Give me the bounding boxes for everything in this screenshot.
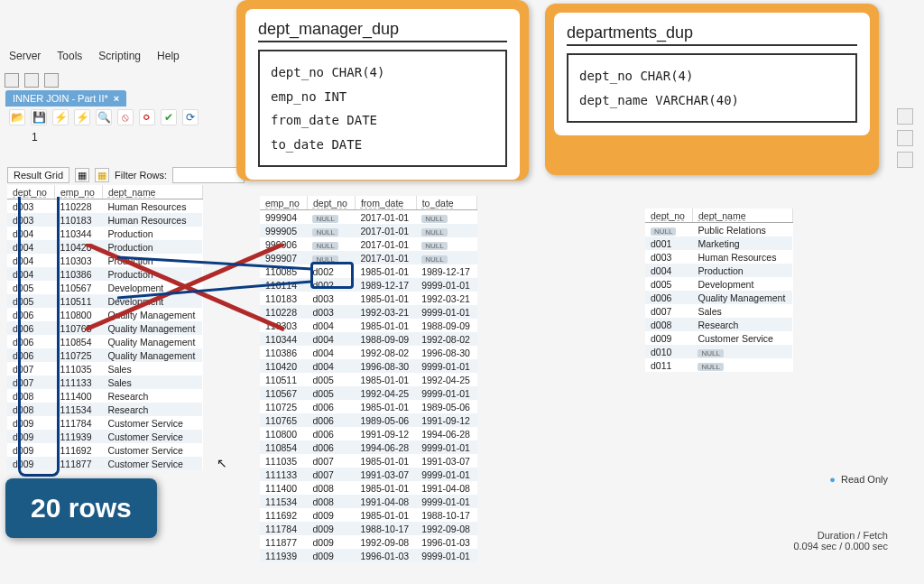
- manager-table[interactable]: emp_nodept_nofrom_dateto_date999904NULL2…: [260, 196, 477, 562]
- table-row[interactable]: 110303d0041985-01-011988-09-09: [260, 319, 477, 332]
- table-row[interactable]: 111939d0091996-01-039999-01-01: [260, 549, 477, 562]
- table-row[interactable]: d011NULL: [645, 358, 792, 372]
- col-header[interactable]: emp_no: [260, 196, 307, 210]
- cell: 1989-12-17: [416, 264, 477, 278]
- execute-icon[interactable]: ⚡: [52, 109, 69, 125]
- stop-icon[interactable]: ⦸: [117, 109, 134, 125]
- table-row[interactable]: 111534d0081991-04-089999-01-01: [260, 495, 477, 508]
- panel-icon[interactable]: [897, 152, 913, 168]
- menu-help[interactable]: Help: [157, 50, 180, 62]
- table-row[interactable]: d005Development: [645, 277, 792, 291]
- execute-current-icon[interactable]: ⚡: [74, 109, 90, 125]
- table-row[interactable]: 110114d0021989-12-179999-01-01: [260, 278, 477, 292]
- col-header[interactable]: dept_no: [645, 209, 692, 223]
- table-row[interactable]: 111133d0071991-03-079999-01-01: [260, 468, 477, 481]
- table-row[interactable]: 110386d0041992-08-021996-08-30: [260, 346, 477, 359]
- panel-icon[interactable]: [897, 130, 913, 146]
- limit-icon[interactable]: ⭘: [139, 109, 155, 125]
- cell: 1989-05-06: [355, 413, 416, 427]
- result-grid-icon[interactable]: ▦: [75, 168, 89, 182]
- table-row[interactable]: NULLPublic Relations: [645, 223, 792, 237]
- table-row[interactable]: d007Sales: [645, 304, 792, 318]
- panel-toggle-icon[interactable]: [24, 73, 39, 88]
- table-row[interactable]: d004Production: [645, 264, 792, 277]
- table-row[interactable]: 110765d0061989-05-061991-09-12: [260, 413, 477, 427]
- cell: 110228: [54, 199, 102, 214]
- table-row[interactable]: 110344d0041988-09-091992-08-02: [260, 332, 477, 346]
- cell: 1994-06-28: [416, 427, 477, 440]
- panel-toggle-icon[interactable]: [5, 73, 19, 88]
- save-icon[interactable]: 💾: [31, 109, 47, 125]
- table-row[interactable]: 111784d0091988-10-171992-09-08: [260, 522, 477, 535]
- cell: Development: [692, 277, 792, 291]
- table-row[interactable]: 999907NULL2017-01-01NULL: [260, 251, 477, 264]
- refresh-icon[interactable]: ⟳: [182, 109, 199, 125]
- cell: 1988-10-17: [416, 508, 477, 522]
- cell: d007: [307, 454, 355, 468]
- read-only-label: Read Only: [829, 474, 888, 485]
- filter-rows-input[interactable]: [172, 167, 245, 183]
- col-header[interactable]: emp_no: [54, 185, 102, 199]
- cell: Sales: [102, 375, 202, 389]
- table-row[interactable]: 110725d0061985-01-011989-05-06: [260, 400, 477, 413]
- table-row[interactable]: d010NULL: [645, 345, 792, 358]
- col-header[interactable]: from_date: [355, 196, 416, 210]
- cell: Production: [692, 264, 792, 277]
- table-row[interactable]: 999906NULL2017-01-01NULL: [260, 237, 477, 251]
- cell: d008: [307, 495, 355, 508]
- editor-tab[interactable]: INNER JOIN - Part II* ×: [5, 90, 126, 107]
- table-row[interactable]: 111692d0091985-01-011988-10-17: [260, 508, 477, 522]
- open-file-icon[interactable]: 📂: [9, 109, 25, 125]
- cell: 110386: [54, 267, 102, 281]
- panel-icon[interactable]: [897, 108, 913, 125]
- table-row[interactable]: d008Research: [645, 318, 792, 331]
- cell: Production: [102, 240, 202, 254]
- table-row[interactable]: 111035d0071985-01-011991-03-07: [260, 454, 477, 468]
- table-row[interactable]: 110567d0051992-04-259999-01-01: [260, 386, 477, 400]
- menu-scripting[interactable]: Scripting: [98, 50, 141, 62]
- col-header[interactable]: dept_no: [307, 196, 355, 210]
- table-row[interactable]: d003Human Resources: [645, 250, 792, 264]
- cell: 111133: [54, 375, 102, 389]
- cell: d007: [307, 468, 355, 481]
- table-row[interactable]: 110854d0061994-06-289999-01-01: [260, 440, 477, 454]
- col-header[interactable]: dept_name: [692, 209, 792, 223]
- cell: 9999-01-01: [416, 305, 477, 319]
- table-row[interactable]: d001Marketing: [645, 236, 792, 250]
- close-tab-icon[interactable]: ×: [114, 93, 119, 104]
- cell: 111035: [260, 454, 307, 468]
- cell: 9999-01-01: [416, 495, 477, 508]
- col-header[interactable]: to_date: [416, 196, 477, 210]
- cell: Sales: [102, 362, 202, 375]
- table-row[interactable]: 110511d0051985-01-011992-04-25: [260, 373, 477, 386]
- departments-table[interactable]: dept_nodept_nameNULLPublic Relationsd001…: [645, 209, 793, 372]
- rowcount-badge: 20 rows: [5, 478, 157, 538]
- table-row[interactable]: 110085d0021985-01-011989-12-17: [260, 264, 477, 278]
- cell: 110085: [260, 264, 307, 278]
- commit-icon[interactable]: ✔: [161, 109, 177, 125]
- cell: d009: [307, 535, 355, 549]
- table-row[interactable]: 110420d0041996-08-309999-01-01: [260, 359, 477, 373]
- table-row[interactable]: 110800d0061991-09-121994-06-28: [260, 427, 477, 440]
- explain-plan-icon[interactable]: 🔍: [96, 109, 112, 125]
- cell: 1985-01-01: [355, 400, 416, 413]
- panel-toggle-icon[interactable]: [44, 73, 59, 88]
- cell: d006: [307, 413, 355, 427]
- col-header[interactable]: dept_name: [102, 185, 202, 199]
- table-row[interactable]: 999904NULL2017-01-01NULL: [260, 210, 477, 225]
- filter-icon[interactable]: ▦: [95, 168, 109, 182]
- table-row[interactable]: 111877d0091992-09-081996-01-03: [260, 535, 477, 549]
- cell: 110511: [260, 373, 307, 386]
- table-row[interactable]: 999905NULL2017-01-01NULL: [260, 224, 477, 237]
- cell: 110303: [54, 254, 102, 267]
- table-row[interactable]: d009Customer Service: [645, 331, 792, 345]
- menu-tools[interactable]: Tools: [57, 50, 82, 62]
- cell: d004: [645, 264, 692, 277]
- menu-server[interactable]: Server: [9, 50, 41, 62]
- table-row[interactable]: 110183d0031985-01-011992-03-21: [260, 292, 477, 305]
- cell: 1992-04-25: [355, 386, 416, 400]
- table-row[interactable]: d006Quality Management: [645, 291, 792, 304]
- cell: Customer Service: [102, 457, 202, 470]
- table-row[interactable]: 110228d0031992-03-219999-01-01: [260, 305, 477, 319]
- table-row[interactable]: 111400d0081985-01-011991-04-08: [260, 481, 477, 495]
